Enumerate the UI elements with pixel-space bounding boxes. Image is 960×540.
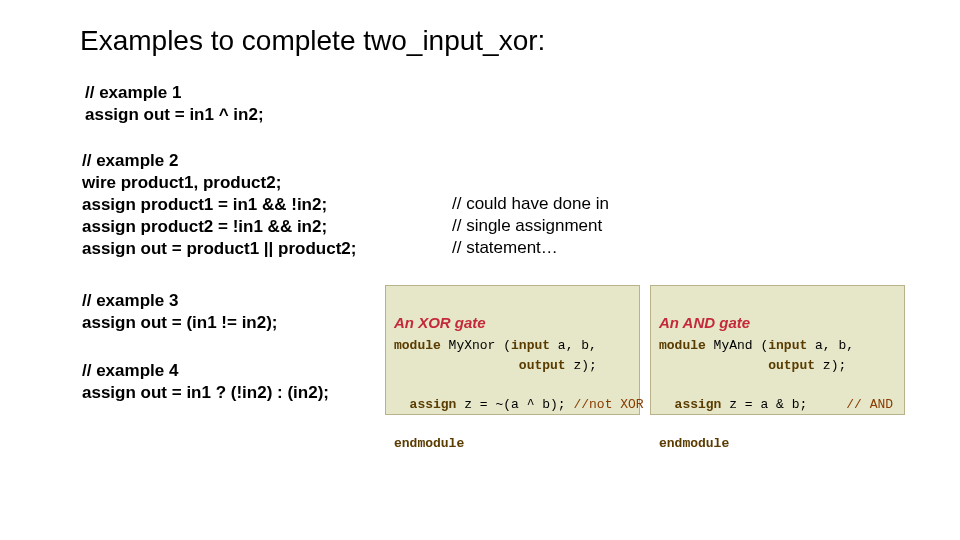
and-title: An AND gate	[659, 312, 896, 335]
xor-title: An XOR gate	[394, 312, 631, 335]
example-2: // example 2 wire product1, product2; as…	[82, 150, 356, 260]
example-3: // example 3 assign out = (in1 != in2);	[82, 290, 278, 334]
example-4: // example 4 assign out = in1 ? (!in2) :…	[82, 360, 329, 404]
and-code-box: An AND gatemodule MyAnd (input a, b, out…	[650, 285, 905, 415]
example-2-note: // could have done in // single assignme…	[452, 193, 609, 259]
xor-code-box: An XOR gatemodule MyXnor (input a, b, ou…	[385, 285, 640, 415]
example-1: // example 1 assign out = in1 ^ in2;	[85, 82, 264, 126]
slide-title: Examples to complete two_input_xor:	[80, 25, 545, 57]
